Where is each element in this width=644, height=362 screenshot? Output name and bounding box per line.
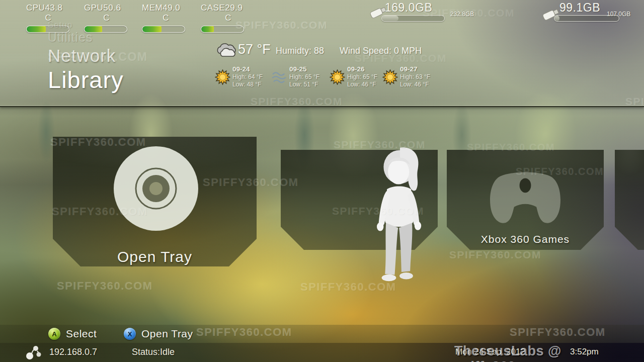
tile-open-tray[interactable]: Open Tray xyxy=(53,137,257,266)
cpu-temp-bar-fill xyxy=(27,26,46,32)
forecast-high: High: 63 °F xyxy=(400,73,430,80)
case-value: 29.9 C xyxy=(225,3,246,23)
x-button-icon: X xyxy=(124,328,136,340)
sunny-icon xyxy=(215,69,230,85)
ip-address: 192.168.0.7 xyxy=(49,347,97,357)
tile-open-tray-label: Open Tray xyxy=(53,248,257,265)
tile-glass-panel xyxy=(615,150,644,250)
forecast-high: High: 65 °F xyxy=(347,73,377,80)
a-button-icon: A xyxy=(48,328,60,340)
disc-icon xyxy=(111,143,201,234)
status-text: Status:Idle xyxy=(132,347,175,357)
main-menu: Setup Utilities Network Library xyxy=(48,20,124,94)
current-temperature: 57 °F xyxy=(238,42,271,57)
date-text: Mon 24 Sep, 2012 xyxy=(455,347,525,357)
forecast-date: 09-24 xyxy=(232,65,250,73)
tile-avatar[interactable] xyxy=(281,150,438,250)
forecast-low: Low: 48 °F xyxy=(232,81,262,88)
mem-label: MEM xyxy=(142,3,163,23)
forecast-date: 09-25 xyxy=(289,65,307,73)
freestyle-dashboard-screen: CPU43.8 C GPU50.6 C MEM49.0 C CASE29.9 C… xyxy=(0,0,644,362)
forecast-low: Low: 46 °F xyxy=(400,81,429,88)
cpu-label: CPU xyxy=(26,3,45,23)
forecast-date: 09-26 xyxy=(347,65,365,73)
drive1-free-space: 169.0GB xyxy=(385,1,432,15)
mem-temp-bar xyxy=(142,26,185,33)
xbox-controller-icon xyxy=(485,168,566,228)
status-bar: 192.168.0.7 Status:Idle Mon 24 Sep, 2012… xyxy=(0,343,644,362)
sunny-icon xyxy=(330,69,345,85)
hint-x-open-tray[interactable]: X Open Tray xyxy=(124,328,193,340)
xbox-avatar-figure xyxy=(362,145,438,285)
tile-xbox-360-games[interactable]: Xbox 360 Games xyxy=(447,150,604,250)
case-temp-gauge: CASE29.9 C xyxy=(201,3,246,33)
forecast-low: Low: 46 °F xyxy=(347,81,376,88)
drive2-usage-fill xyxy=(554,16,559,21)
hint-open-tray-label: Open Tray xyxy=(141,328,193,340)
drive1-total-space: 232.8GB xyxy=(450,11,474,18)
menu-item-setup[interactable]: Setup xyxy=(48,20,124,30)
wind-speed-reading: Wind Speed: 0 MPH xyxy=(340,46,422,56)
button-hint-bar: A Select X Open Tray xyxy=(0,325,644,343)
hint-select-label: Select xyxy=(66,328,97,340)
drive1-usage-fill xyxy=(382,16,398,21)
x-button-letter: X xyxy=(128,330,132,338)
network-icon xyxy=(25,345,42,360)
forecast-high: High: 64 °F xyxy=(232,73,263,80)
humidity-reading: Humidty: 88 xyxy=(276,46,324,56)
case-label: CASE xyxy=(201,3,225,23)
sunny-icon xyxy=(382,69,398,85)
case-temp-bar-fill xyxy=(201,26,214,32)
mem-value: 49.0 C xyxy=(163,3,187,23)
hint-a-select[interactable]: A Select xyxy=(48,328,97,340)
a-button-letter: A xyxy=(52,330,56,338)
header-panel: CPU43.8 C GPU50.6 C MEM49.0 C CASE29.9 C… xyxy=(0,0,644,107)
tile-next-partial[interactable] xyxy=(615,150,644,250)
menu-item-library-selected[interactable]: Library xyxy=(48,66,124,94)
mem-temp-bar-fill xyxy=(142,26,162,32)
tile-xbox-games-label: Xbox 360 Games xyxy=(447,233,604,245)
forecast-date: 09-27 xyxy=(400,65,418,73)
menu-item-utilities[interactable]: Utilities xyxy=(48,30,124,45)
windy-icon xyxy=(272,69,287,85)
cloudy-weather-icon xyxy=(213,42,239,58)
forecast-high: High: 65 °F xyxy=(289,73,319,80)
menu-item-network[interactable]: Network xyxy=(48,45,124,66)
drive2-usage-bar xyxy=(554,15,619,22)
time-text: 3:52pm xyxy=(570,347,599,357)
drive2-free-space: 99.1GB xyxy=(559,1,600,15)
forecast-low: Low: 51 °F xyxy=(289,81,318,88)
drive1-usage-bar xyxy=(381,15,445,22)
mem-temp-gauge: MEM49.0 C xyxy=(142,3,187,33)
case-temp-bar xyxy=(201,26,244,33)
